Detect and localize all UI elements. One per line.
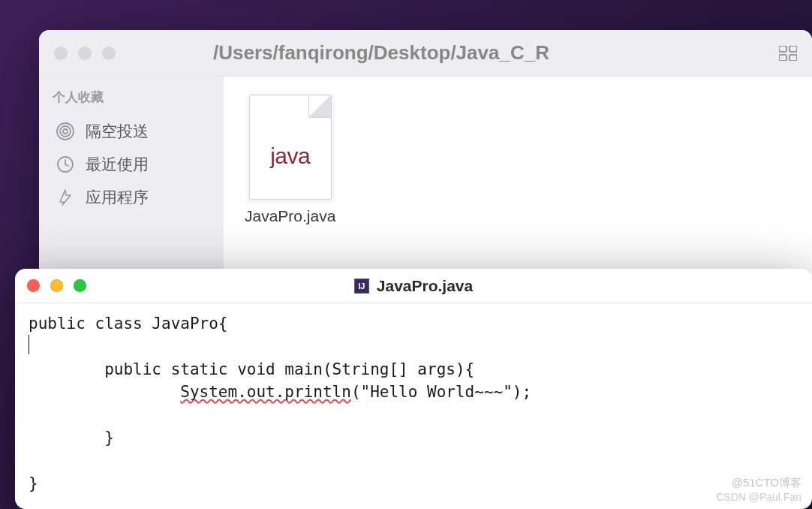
watermark: @51CTO博客 bbox=[732, 476, 801, 490]
nav-arrows bbox=[162, 47, 192, 60]
app-icon: IJ bbox=[354, 279, 369, 294]
airdrop-icon bbox=[56, 122, 75, 141]
editor-body[interactable]: public class JavaPro{ public static void… bbox=[15, 303, 812, 504]
path-breadcrumb[interactable]: /Users/fanqirong/Desktop/Java_C_R bbox=[213, 41, 549, 65]
icon-view-icon bbox=[779, 46, 797, 61]
sidebar-item-label: 最近使用 bbox=[86, 154, 149, 175]
finder-toolbar: /Users/fanqirong/Desktop/Java_C_R bbox=[39, 30, 812, 77]
svg-rect-0 bbox=[779, 46, 786, 52]
editor-traffic-lights bbox=[27, 279, 86, 292]
apps-icon bbox=[56, 188, 75, 207]
minimize-button[interactable] bbox=[78, 47, 92, 60]
svg-rect-3 bbox=[789, 55, 797, 61]
text-cursor bbox=[29, 335, 29, 354]
sidebar-item-applications[interactable]: 应用程序 bbox=[53, 181, 210, 214]
view-mode-button[interactable] bbox=[770, 46, 797, 61]
sidebar-item-airdrop[interactable]: 隔空投送 bbox=[53, 115, 210, 148]
zoom-button[interactable] bbox=[102, 47, 116, 60]
zoom-button[interactable] bbox=[74, 279, 86, 292]
file-item[interactable]: java JavaPro.java bbox=[245, 95, 335, 225]
finder-sidebar: 个人收藏 隔空投送 最近使用 应用程序 bbox=[39, 77, 224, 285]
finder-content[interactable]: java JavaPro.java bbox=[224, 77, 812, 285]
sidebar-item-label: 应用程序 bbox=[86, 187, 149, 208]
editor-window: IJ JavaPro.java public class JavaPro{ pu… bbox=[15, 269, 812, 509]
sidebar-item-label: 隔空投送 bbox=[86, 121, 149, 142]
editor-title-center: IJ JavaPro.java bbox=[15, 277, 812, 295]
sidebar-heading: 个人收藏 bbox=[53, 89, 210, 106]
close-button[interactable] bbox=[54, 47, 68, 60]
svg-point-5 bbox=[60, 126, 71, 137]
file-name-label: JavaPro.java bbox=[245, 207, 335, 225]
finder-traffic-lights bbox=[54, 47, 116, 60]
sidebar-item-recents[interactable]: 最近使用 bbox=[53, 148, 210, 181]
editor-titlebar: IJ JavaPro.java bbox=[15, 269, 812, 303]
file-extension-label: java bbox=[270, 143, 310, 169]
finder-window: /Users/fanqirong/Desktop/Java_C_R 个人收藏 隔… bbox=[39, 30, 812, 285]
close-button[interactable] bbox=[27, 279, 40, 292]
svg-rect-1 bbox=[789, 46, 797, 52]
finder-body: 个人收藏 隔空投送 最近使用 应用程序 bbox=[39, 77, 812, 285]
svg-rect-2 bbox=[779, 55, 786, 61]
page-fold-icon bbox=[308, 95, 331, 118]
file-icon: java bbox=[249, 95, 332, 200]
editor-filename: JavaPro.java bbox=[377, 277, 473, 295]
minimize-button[interactable] bbox=[50, 279, 63, 292]
clock-icon bbox=[56, 155, 75, 174]
svg-point-4 bbox=[63, 129, 68, 134]
watermark: CSDN @Paul.Fan bbox=[716, 491, 801, 503]
